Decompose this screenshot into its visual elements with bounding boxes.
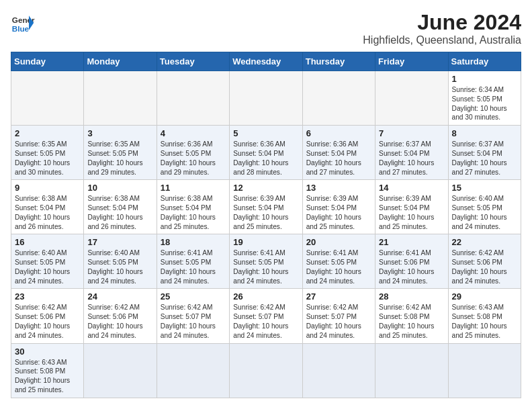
calendar-cell-29: 29Sunrise: 6:43 AM Sunset: 5:08 PM Dayli… (448, 289, 521, 343)
day-info: Sunrise: 6:40 AM Sunset: 5:05 PM Dayligh… (452, 194, 517, 231)
weekday-header-sunday: Sunday (11, 52, 84, 71)
weekday-header-thursday: Thursday (302, 52, 375, 71)
calendar-cell-empty (157, 343, 229, 398)
svg-text:Blue: Blue (12, 24, 30, 33)
weekday-header-friday: Friday (375, 52, 448, 71)
calendar-cell-empty (448, 343, 521, 398)
calendar-cell-18: 18Sunrise: 6:41 AM Sunset: 5:05 PM Dayli… (157, 234, 229, 289)
weekday-header-wednesday: Wednesday (230, 52, 302, 71)
day-number: 18 (161, 237, 226, 247)
calendar-cell-empty (375, 343, 448, 398)
calendar-cell-13: 13Sunrise: 6:39 AM Sunset: 5:04 PM Dayli… (302, 180, 375, 234)
day-info: Sunrise: 6:36 AM Sunset: 5:05 PM Dayligh… (161, 140, 226, 177)
day-info: Sunrise: 6:35 AM Sunset: 5:05 PM Dayligh… (87, 140, 152, 177)
calendar-cell-empty (84, 343, 157, 398)
logo: General Blue (11, 11, 35, 35)
day-number: 24 (87, 291, 152, 302)
day-info: Sunrise: 6:43 AM Sunset: 5:08 PM Dayligh… (452, 303, 517, 340)
day-number: 25 (161, 291, 226, 302)
day-info: Sunrise: 6:38 AM Sunset: 5:04 PM Dayligh… (161, 194, 226, 231)
day-info: Sunrise: 6:35 AM Sunset: 5:05 PM Dayligh… (15, 140, 80, 177)
day-number: 11 (161, 183, 226, 193)
calendar-cell-empty (11, 71, 84, 126)
day-number: 22 (452, 237, 517, 247)
day-number: 6 (306, 128, 371, 138)
day-info: Sunrise: 6:39 AM Sunset: 5:04 PM Dayligh… (379, 194, 444, 231)
day-info: Sunrise: 6:39 AM Sunset: 5:04 PM Dayligh… (233, 194, 298, 231)
day-number: 2 (15, 128, 80, 138)
calendar-cell-3: 3Sunrise: 6:35 AM Sunset: 5:05 PM Daylig… (84, 126, 157, 180)
calendar-cell-21: 21Sunrise: 6:41 AM Sunset: 5:06 PM Dayli… (375, 234, 448, 289)
calendar-cell-25: 25Sunrise: 6:42 AM Sunset: 5:07 PM Dayli… (157, 289, 229, 343)
calendar-cell-10: 10Sunrise: 6:38 AM Sunset: 5:04 PM Dayli… (84, 180, 157, 234)
day-info: Sunrise: 6:41 AM Sunset: 5:06 PM Dayligh… (379, 248, 444, 285)
day-info: Sunrise: 6:38 AM Sunset: 5:04 PM Dayligh… (87, 194, 152, 231)
day-number: 30 (15, 347, 80, 357)
week-row-0: 1Sunrise: 6:34 AM Sunset: 5:05 PM Daylig… (11, 71, 521, 126)
day-info: Sunrise: 6:42 AM Sunset: 5:06 PM Dayligh… (15, 303, 80, 340)
day-number: 17 (87, 237, 152, 247)
calendar-cell-11: 11Sunrise: 6:38 AM Sunset: 5:04 PM Dayli… (157, 180, 229, 234)
day-number: 26 (233, 291, 298, 302)
calendar-cell-9: 9Sunrise: 6:38 AM Sunset: 5:04 PM Daylig… (11, 180, 84, 234)
day-info: Sunrise: 6:36 AM Sunset: 5:04 PM Dayligh… (306, 140, 371, 177)
calendar-cell-19: 19Sunrise: 6:41 AM Sunset: 5:05 PM Dayli… (230, 234, 302, 289)
calendar-cell-30: 30Sunrise: 6:43 AM Sunset: 5:08 PM Dayli… (11, 343, 84, 398)
day-info: Sunrise: 6:36 AM Sunset: 5:04 PM Dayligh… (233, 140, 298, 177)
day-info: Sunrise: 6:42 AM Sunset: 5:06 PM Dayligh… (87, 303, 152, 340)
day-number: 28 (379, 291, 444, 302)
weekday-header-monday: Monday (84, 52, 157, 71)
day-number: 23 (15, 291, 80, 302)
day-number: 16 (15, 237, 80, 247)
day-info: Sunrise: 6:37 AM Sunset: 5:04 PM Dayligh… (379, 140, 444, 177)
calendar-table: SundayMondayTuesdayWednesdayThursdayFrid… (11, 52, 521, 398)
day-number: 9 (15, 183, 80, 193)
title-area: June 2024 Highfields, Queensland, Austra… (363, 11, 521, 46)
day-info: Sunrise: 6:38 AM Sunset: 5:04 PM Dayligh… (15, 194, 80, 231)
day-number: 27 (306, 291, 371, 302)
day-info: Sunrise: 6:42 AM Sunset: 5:07 PM Dayligh… (161, 303, 226, 340)
weekday-header-row: SundayMondayTuesdayWednesdayThursdayFrid… (11, 52, 521, 71)
calendar-cell-4: 4Sunrise: 6:36 AM Sunset: 5:05 PM Daylig… (157, 126, 229, 180)
day-info: Sunrise: 6:39 AM Sunset: 5:04 PM Dayligh… (306, 194, 371, 231)
day-number: 20 (306, 237, 371, 247)
weekday-header-tuesday: Tuesday (157, 52, 229, 71)
week-row-4: 23Sunrise: 6:42 AM Sunset: 5:06 PM Dayli… (11, 289, 521, 343)
day-number: 1 (452, 74, 517, 84)
day-number: 3 (87, 128, 152, 138)
weekday-header-saturday: Saturday (448, 52, 521, 71)
week-row-3: 16Sunrise: 6:40 AM Sunset: 5:05 PM Dayli… (11, 234, 521, 289)
day-info: Sunrise: 6:41 AM Sunset: 5:05 PM Dayligh… (233, 248, 298, 285)
calendar-cell-26: 26Sunrise: 6:42 AM Sunset: 5:07 PM Dayli… (230, 289, 302, 343)
calendar-cell-2: 2Sunrise: 6:35 AM Sunset: 5:05 PM Daylig… (11, 126, 84, 180)
day-info: Sunrise: 6:42 AM Sunset: 5:07 PM Dayligh… (306, 303, 371, 340)
day-info: Sunrise: 6:41 AM Sunset: 5:05 PM Dayligh… (161, 248, 226, 285)
week-row-1: 2Sunrise: 6:35 AM Sunset: 5:05 PM Daylig… (11, 126, 521, 180)
day-number: 21 (379, 237, 444, 247)
calendar-cell-empty (375, 71, 448, 126)
day-number: 4 (161, 128, 226, 138)
logo-icon: General Blue (11, 11, 35, 35)
month-title: June 2024 (363, 11, 521, 34)
day-number: 8 (452, 128, 517, 138)
day-number: 7 (379, 128, 444, 138)
calendar-cell-27: 27Sunrise: 6:42 AM Sunset: 5:07 PM Dayli… (302, 289, 375, 343)
day-info: Sunrise: 6:34 AM Sunset: 5:05 PM Dayligh… (452, 85, 517, 122)
day-number: 15 (452, 183, 517, 193)
calendar-cell-14: 14Sunrise: 6:39 AM Sunset: 5:04 PM Dayli… (375, 180, 448, 234)
calendar-cell-empty (157, 71, 229, 126)
day-info: Sunrise: 6:43 AM Sunset: 5:08 PM Dayligh… (15, 358, 80, 395)
calendar-cell-17: 17Sunrise: 6:40 AM Sunset: 5:05 PM Dayli… (84, 234, 157, 289)
day-number: 19 (233, 237, 298, 247)
calendar-cell-empty (230, 343, 302, 398)
header: General Blue June 2024 Highfields, Queen… (11, 11, 521, 46)
day-info: Sunrise: 6:40 AM Sunset: 5:05 PM Dayligh… (87, 248, 152, 285)
calendar-cell-12: 12Sunrise: 6:39 AM Sunset: 5:04 PM Dayli… (230, 180, 302, 234)
calendar-cell-16: 16Sunrise: 6:40 AM Sunset: 5:05 PM Dayli… (11, 234, 84, 289)
calendar-cell-empty (302, 71, 375, 126)
calendar-cell-24: 24Sunrise: 6:42 AM Sunset: 5:06 PM Dayli… (84, 289, 157, 343)
calendar-cell-5: 5Sunrise: 6:36 AM Sunset: 5:04 PM Daylig… (230, 126, 302, 180)
day-info: Sunrise: 6:40 AM Sunset: 5:05 PM Dayligh… (15, 248, 80, 285)
calendar-cell-15: 15Sunrise: 6:40 AM Sunset: 5:05 PM Dayli… (448, 180, 521, 234)
calendar-cell-6: 6Sunrise: 6:36 AM Sunset: 5:04 PM Daylig… (302, 126, 375, 180)
